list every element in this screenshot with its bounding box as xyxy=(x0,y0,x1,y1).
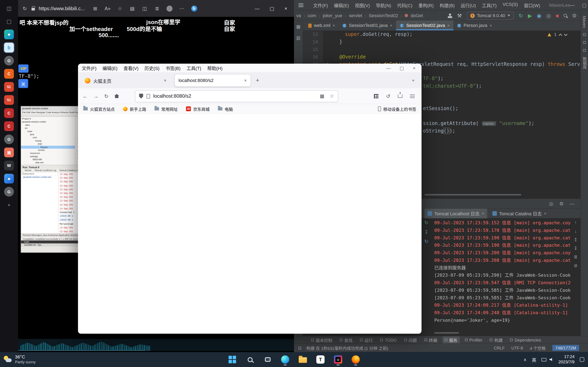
scroll-end-icon[interactable]: ↧ xyxy=(424,229,428,235)
breadcrumb-item[interactable]: com xyxy=(308,13,316,18)
input-language-indicator[interactable]: 英 xyxy=(532,356,536,363)
tree-item[interactable]: com xyxy=(21,136,75,139)
tomcat-log-console[interactable]: 09-Jul-2023 17:23:59.152 信息 [main] org.a… xyxy=(434,219,575,328)
tree-item[interactable]: resources xyxy=(21,152,75,155)
notification-icon[interactable] xyxy=(580,357,584,362)
extensions-icon[interactable] xyxy=(374,94,379,98)
menu-icon[interactable] xyxy=(410,96,415,96)
coverage-icon[interactable]: ◎ xyxy=(546,13,551,18)
run-tab[interactable]: Server xyxy=(25,169,31,172)
menubar-item[interactable]: 重构(R) xyxy=(418,2,434,8)
tree-item[interactable]: web.xml xyxy=(21,161,75,164)
clock-widget[interactable]: 17:24 2023/7/9 xyxy=(558,354,575,365)
favorite-item[interactable]: ◆ xyxy=(4,30,14,39)
close-button[interactable]: × xyxy=(285,6,287,11)
maximize-button[interactable]: ▢ xyxy=(582,2,586,8)
search-everywhere-icon[interactable] xyxy=(564,14,567,17)
toolwindow-button[interactable]: TODO xyxy=(378,337,399,343)
menubar-item[interactable]: 编辑(E) xyxy=(103,65,117,71)
run-tab[interactable]: Tomcat Catalina Log xyxy=(59,169,80,172)
console-tab[interactable]: Tomcat Localhost 日志× xyxy=(424,208,487,218)
tree-item[interactable]: pojo xyxy=(21,142,75,145)
database-tool-label[interactable]: 数据库 xyxy=(581,57,587,69)
clear-icon[interactable]: ⊘ xyxy=(574,263,577,268)
editor-tab[interactable]: CSessionTest01.java× xyxy=(339,21,396,30)
edge-app-icon[interactable] xyxy=(278,353,292,366)
favorite-item[interactable]: ◆ xyxy=(4,174,14,184)
copilot-icon[interactable]: b xyxy=(191,6,197,11)
tree-item[interactable]: javaweb-session-cookie xyxy=(21,120,75,123)
toolwindow-button[interactable]: 版本控制 xyxy=(309,336,334,343)
scroll-up-icon[interactable]: ↑ xyxy=(575,220,577,225)
back-icon[interactable]: ← xyxy=(82,93,88,99)
reading-list-icon[interactable]: ≣ xyxy=(154,6,160,11)
menubar-item[interactable]: 查看(V) xyxy=(123,65,138,71)
add-favorite-icon[interactable]: + xyxy=(4,200,14,210)
build-hammer-icon[interactable]: ⚒ xyxy=(457,13,462,18)
close-tab-icon[interactable]: × xyxy=(244,78,247,83)
encoding-widget[interactable]: UTF-8 xyxy=(511,346,523,350)
toolwindow-button[interactable]: 构建 xyxy=(488,336,505,343)
task-view-button[interactable] xyxy=(260,353,275,366)
menubar-item[interactable]: 帮助(H) xyxy=(207,65,223,71)
close-button[interactable]: × xyxy=(413,66,415,71)
settings-gear-icon[interactable]: ⚙ xyxy=(559,201,563,206)
rerun-icon[interactable]: ↻ xyxy=(519,13,523,18)
video-timeline[interactable] xyxy=(18,339,294,351)
bookmark-star-icon[interactable]: ☆ xyxy=(330,93,334,99)
minimize-button[interactable]: — xyxy=(255,6,259,11)
close-tab-icon[interactable]: × xyxy=(333,23,335,28)
close-tab-icon[interactable]: × xyxy=(447,23,450,28)
bookmark-item[interactable]: JD京东商城 xyxy=(186,106,210,112)
chevron-up-icon[interactable] xyxy=(559,33,562,37)
profiler-icon[interactable]: ◉ xyxy=(537,13,541,18)
toolwindow-button[interactable]: 服务 xyxy=(442,336,459,343)
chevron-down-icon[interactable] xyxy=(564,32,568,36)
scroll-top-icon[interactable]: ↥ xyxy=(574,237,577,242)
tray-status-icons[interactable] xyxy=(542,358,553,361)
menubar-item[interactable]: 编辑(E) xyxy=(334,2,349,8)
run-icon[interactable]: ▶ xyxy=(528,13,532,18)
maximize-button[interactable]: ▢ xyxy=(270,6,274,11)
tree-item[interactable]: java xyxy=(21,133,75,136)
close-tab-icon[interactable]: × xyxy=(544,211,546,216)
tool-stripe-icon[interactable] xyxy=(583,49,586,52)
more-icon[interactable]: ⋯ xyxy=(179,6,185,11)
url-bar[interactable]: localhost:8080/s2 ▦ ☆ xyxy=(135,91,338,102)
home-icon[interactable] xyxy=(114,94,119,98)
tab-firefox-home[interactable]: 火狐主页 × xyxy=(81,75,170,87)
favorite-bilibili[interactable]: b xyxy=(4,43,14,52)
tool-stripe-icon[interactable] xyxy=(583,33,586,36)
sidebar-toggle-icon[interactable]: ◫ xyxy=(4,3,14,13)
favorite-item[interactable]: 简 xyxy=(4,148,14,157)
stop-icon[interactable]: ■ xyxy=(556,13,559,18)
breadcrumb-item[interactable]: doGet xyxy=(411,13,423,18)
editor-tab[interactable]: CSessionTest02.java× xyxy=(396,21,453,30)
split-screen-icon[interactable]: ◫ xyxy=(142,6,148,11)
maven-tool-label[interactable]: Maven xyxy=(582,16,587,28)
apps-icon[interactable]: ⊞ xyxy=(92,6,98,11)
main-menu-icon[interactable] xyxy=(298,2,303,8)
run-tab[interactable]: Tomcat Localhost Log xyxy=(34,169,56,172)
firefox-app-icon[interactable] xyxy=(348,353,363,366)
favorite-item[interactable]: ▢ xyxy=(4,17,14,26)
close-tab-icon[interactable]: × xyxy=(490,23,492,28)
menubar-item[interactable]: 构建(B) xyxy=(440,2,454,8)
favorite-item[interactable]: G xyxy=(4,134,14,144)
menubar-item[interactable]: 代码(C) xyxy=(397,2,412,8)
danmaku-close-badge[interactable]: 关 xyxy=(18,79,28,88)
menubar-item[interactable]: VCS(S) xyxy=(503,2,518,8)
search-button[interactable] xyxy=(243,353,257,366)
memory-indicator[interactable]: 748/1772M xyxy=(552,345,579,351)
inspections-widget[interactable]: 1 xyxy=(548,32,567,37)
tree-item[interactable]: webapp xyxy=(21,155,75,158)
breadcrumb-item[interactable]: va xyxy=(296,13,301,18)
favorite-item[interactable]: W xyxy=(4,161,14,170)
url-input[interactable]: localhost:8080/s2 xyxy=(153,93,191,99)
menubar-item[interactable]: 文件(F) xyxy=(82,65,96,71)
favorite-item[interactable]: C xyxy=(4,69,14,79)
soft-wrap-icon[interactable]: ≣ xyxy=(574,254,577,259)
new-tab-button[interactable]: + xyxy=(256,77,259,84)
bookmark-item[interactable]: 火狐官方站点 xyxy=(83,106,115,112)
settings-gear-icon[interactable]: ⚙ xyxy=(572,13,577,18)
